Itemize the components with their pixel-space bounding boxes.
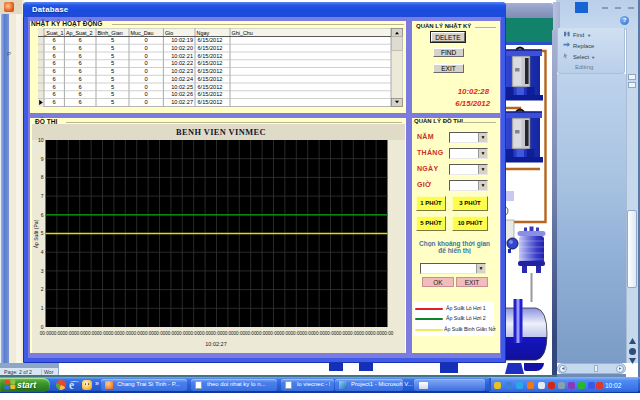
svg-text:Ngay: Ngay	[197, 30, 210, 36]
svg-text:00:00: 00:00	[142, 331, 154, 336]
svg-text:10:02:20: 10:02:20	[171, 45, 193, 51]
svg-text:6: 6	[53, 53, 56, 59]
svg-text:Select: Select	[573, 54, 590, 60]
svg-text:1: 1	[41, 305, 44, 311]
svg-text:00:00: 00:00	[85, 331, 97, 336]
svg-text:6: 6	[53, 60, 56, 66]
svg-text:6: 6	[53, 99, 56, 105]
svg-text:5: 5	[111, 45, 114, 51]
svg-text:6/15/2012: 6/15/2012	[198, 76, 223, 82]
svg-text:00:00: 00:00	[279, 331, 291, 336]
svg-text:6: 6	[79, 68, 82, 74]
svg-text:00:00: 00:00	[165, 331, 177, 336]
svg-text:00:00: 00:00	[222, 331, 234, 336]
svg-text:00:00: 00:00	[74, 331, 86, 336]
svg-text:5: 5	[111, 99, 114, 105]
svg-text:6: 6	[79, 60, 82, 66]
svg-text:6: 6	[53, 91, 56, 97]
svg-text:6: 6	[53, 84, 56, 90]
svg-text:0: 0	[145, 84, 148, 90]
svg-text:0: 0	[145, 68, 148, 74]
svg-text:Muc_Dau: Muc_Dau	[131, 30, 154, 36]
svg-text:Binh_Gian: Binh_Gian	[98, 30, 123, 36]
svg-text:4: 4	[41, 249, 44, 255]
svg-text:5: 5	[111, 53, 114, 59]
svg-text:6/15/2012: 6/15/2012	[198, 60, 223, 66]
svg-text:5: 5	[111, 84, 114, 90]
svg-text:6/15/2012: 6/15/2012	[198, 84, 223, 90]
svg-text:5: 5	[111, 68, 114, 74]
svg-text:6: 6	[79, 84, 82, 90]
svg-text:10:02:19: 10:02:19	[171, 37, 193, 43]
svg-text:00:00: 00:00	[154, 331, 166, 336]
svg-text:10:02:23: 10:02:23	[171, 68, 193, 74]
svg-text:00:00: 00:00	[211, 331, 223, 336]
svg-text:3: 3	[41, 268, 44, 274]
svg-text:00:00: 00:00	[40, 331, 52, 336]
svg-text:00:00: 00:00	[325, 331, 337, 336]
svg-text:00:00: 00:00	[291, 331, 303, 336]
svg-text:6: 6	[53, 45, 56, 51]
svg-text:00:00: 00:00	[348, 331, 360, 336]
svg-text:Ghi_Chu: Ghi_Chu	[232, 30, 253, 36]
svg-text:00:00: 00:00	[97, 331, 109, 336]
svg-text:BENH VIEN VINMEC: BENH VIEN VINMEC	[176, 128, 266, 137]
svg-text:5: 5	[111, 91, 114, 97]
svg-text:6: 6	[79, 76, 82, 82]
svg-text:6: 6	[41, 212, 44, 218]
svg-text:6: 6	[53, 37, 56, 43]
svg-text:6/15/2012: 6/15/2012	[198, 91, 223, 97]
svg-text:6: 6	[53, 76, 56, 82]
svg-text:6/15/2012: 6/15/2012	[198, 68, 223, 74]
svg-text:2: 2	[41, 286, 44, 292]
svg-text:00:00: 00:00	[234, 331, 246, 336]
svg-text:00:00: 00:00	[359, 331, 371, 336]
svg-text:6/15/2012: 6/15/2012	[198, 99, 223, 105]
svg-text:6: 6	[79, 91, 82, 97]
svg-text:0: 0	[145, 76, 148, 82]
svg-text:10:02:24: 10:02:24	[171, 76, 193, 82]
svg-text:5: 5	[111, 76, 114, 82]
svg-text:6: 6	[79, 99, 82, 105]
svg-text:10:02:26: 10:02:26	[171, 91, 193, 97]
svg-text:0: 0	[145, 60, 148, 66]
svg-text:00:00: 00:00	[177, 331, 189, 336]
svg-text:Replace: Replace	[573, 43, 594, 49]
svg-text:00:00: 00:00	[120, 331, 132, 336]
svg-text:10:02:27: 10:02:27	[171, 99, 193, 105]
svg-text:5: 5	[111, 37, 114, 43]
svg-text:00:00: 00:00	[302, 331, 314, 336]
svg-text:6/15/2012: 6/15/2012	[198, 53, 223, 59]
svg-text:0: 0	[145, 45, 148, 51]
svg-text:Gio: Gio	[165, 30, 173, 36]
svg-text:6/15/2012: 6/15/2012	[198, 37, 223, 43]
svg-text:0: 0	[145, 53, 148, 59]
svg-text:8: 8	[41, 174, 44, 180]
svg-text:Find: Find	[573, 32, 584, 38]
svg-text:Ap_Suat_2: Ap_Suat_2	[66, 30, 93, 36]
svg-text:10:02:22: 10:02:22	[171, 60, 193, 66]
svg-text:00:00: 00:00	[188, 331, 200, 336]
svg-text:00:00: 00:00	[313, 331, 325, 336]
svg-text:00:00: 00:00	[63, 331, 75, 336]
svg-text:6: 6	[53, 68, 56, 74]
svg-text:9: 9	[41, 156, 44, 162]
svg-text:6/15/2012: 6/15/2012	[198, 45, 223, 51]
svg-text:7: 7	[41, 193, 44, 199]
svg-text:00:00: 00:00	[245, 331, 257, 336]
svg-text:0: 0	[41, 324, 44, 330]
svg-text:0: 0	[145, 37, 148, 43]
svg-text:5: 5	[41, 230, 44, 236]
svg-text:00:00: 00:00	[256, 331, 268, 336]
svg-text:10:02:21: 10:02:21	[171, 53, 193, 59]
svg-text:6: 6	[79, 37, 82, 43]
svg-text:6: 6	[79, 45, 82, 51]
svg-text:0: 0	[145, 99, 148, 105]
svg-text:10:02:25: 10:02:25	[171, 84, 193, 90]
svg-text:00:00: 00:00	[51, 331, 63, 336]
svg-text:10: 10	[38, 137, 44, 143]
svg-text:0: 0	[145, 91, 148, 97]
svg-text:00:00: 00:00	[382, 331, 394, 336]
svg-text:00:00: 00:00	[370, 331, 382, 336]
svg-text:5: 5	[111, 60, 114, 66]
